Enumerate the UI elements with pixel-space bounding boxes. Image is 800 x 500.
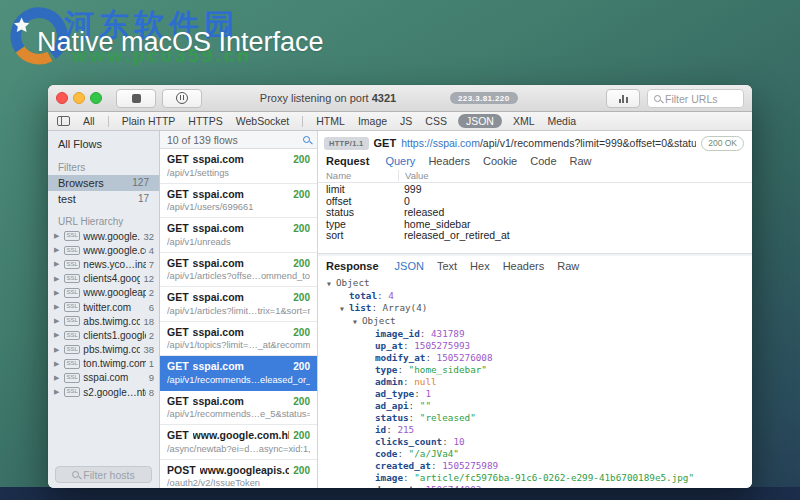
json-value: 1505275989 [442,460,498,471]
stop-capture-button[interactable] [116,89,156,108]
filter-tab-image[interactable]: Image [358,115,387,127]
sidebar-host-twitter-com[interactable]: ▶SSLtwitter.com6 [48,300,159,314]
filter-tab-https[interactable]: HTTPS [188,115,222,127]
flow-row[interactable]: GETsspai.com200/api/v1/unreads [160,218,317,253]
sidebar-filter-test[interactable]: test17 [48,191,159,207]
response-tab-text[interactable]: Text [437,260,457,272]
sidebar-host-clients4-google-com[interactable]: ▶SSLclients4.google.com12 [48,272,159,286]
flow-row[interactable]: GETsspai.com200/api/v1/articles?limit…tr… [160,287,317,322]
sidebar-host-www-googleapis-com[interactable]: ▶SSLwww.googleapis.com2 [48,286,159,300]
query-param-row[interactable]: offset0 [318,196,752,208]
sidebar-host-news-yco-inator-com[interactable]: ▶SSLnews.yco…inator.com7 [48,257,159,271]
disclosure-triangle-icon[interactable]: ▶ [54,360,61,368]
request-section-label[interactable]: Request [326,155,369,167]
filter-tab-plain-http[interactable]: Plain HTTP [122,115,176,127]
flow-row[interactable]: GETsspai.com200/api/v1/topics?limit=…_at… [160,322,317,357]
flow-row[interactable]: GETsspai.com200/api/v1/articles?offse…om… [160,253,317,288]
statistics-button[interactable] [606,89,640,108]
json-tree-line: ▼Object [327,277,752,290]
request-tab-headers[interactable]: Headers [428,155,470,167]
sidebar-host-ton-twimg-com[interactable]: ▶SSLton.twimg.com1 [48,357,159,371]
expand-arrow-icon[interactable]: ▼ [340,303,349,315]
filter-tab-all[interactable]: All [83,115,95,127]
filter-hosts-field[interactable]: Filter hosts [55,466,152,483]
json-tree-line: up_at: 1505275993 [327,340,752,352]
search-flows-icon[interactable] [303,136,310,143]
flow-status-code: 200 [293,258,310,269]
json-tree-line: type: "home_sidebar" [327,364,752,376]
response-tab-json[interactable]: JSON [395,260,424,272]
filter-tab-css[interactable]: CSS [425,115,447,127]
json-node-type: Object [362,315,396,326]
pause-capture-button[interactable] [162,89,202,108]
flow-status-code: 200 [293,189,310,200]
disclosure-triangle-icon[interactable]: ▶ [54,246,61,254]
disclosure-triangle-icon[interactable]: ▶ [54,374,61,382]
flow-summary: GETsspai.com200 [167,291,310,303]
filter-urls-input[interactable] [665,93,737,105]
flow-method: GET [167,153,189,165]
flow-row[interactable]: GETsspai.com200/api/v1/recommends…e_5&st… [160,391,317,426]
traffic-light-close[interactable] [56,92,68,104]
flow-row[interactable]: GETsspai.com200/api/v1/users/699661 [160,184,317,219]
response-section-label[interactable]: Response [326,260,379,272]
query-param-row[interactable]: typehome_sidebar [318,219,752,231]
sidebar-host-www-google-com-hk[interactable]: ▶SSLwww.google.com.hk32 [48,229,159,243]
filter-tab-json[interactable]: JSON [458,114,502,128]
flow-row[interactable]: GETsspai.com200/api/v1/recommends…elease… [160,356,317,391]
request-tab-cookie[interactable]: Cookie [483,155,517,167]
sidebar-host-www-google-com[interactable]: ▶SSLwww.google.com4 [48,243,159,257]
sidebar-host-clients1-google-com[interactable]: ▶SSLclients1.google.com2 [48,328,159,342]
response-tab-raw[interactable]: Raw [557,260,579,272]
sidebar-host-s2-google-ntent-com[interactable]: ▶SSLs2.google…ntent.com8 [48,385,159,399]
flow-row[interactable]: GETsspai.com200/api/v1/settings [160,149,317,184]
disclosure-triangle-icon[interactable]: ▶ [54,289,61,297]
disclosure-triangle-icon[interactable]: ▶ [54,275,61,283]
filter-tab-websocket[interactable]: WebSocket [236,115,290,127]
json-value: "home_sidebar" [409,364,487,375]
response-tab-hex[interactable]: Hex [470,260,490,272]
main-content: All Flows Filters Browsers127test17 URL … [48,131,752,488]
disclosure-triangle-icon[interactable]: ▶ [54,346,61,354]
flow-row[interactable]: GETwww.google.com.hk200/async/newtab?ei=… [160,425,317,460]
filter-urls-field[interactable] [647,89,744,108]
sidebar-item-all-flows[interactable]: All Flows [48,131,159,153]
sidebar-toggle-icon[interactable] [57,116,70,126]
ssl-badge: SSL [64,246,80,256]
expand-arrow-icon[interactable]: ▼ [353,316,362,328]
traffic-light-zoom[interactable] [90,92,102,104]
traffic-light-minimize[interactable] [73,92,85,104]
sidebar-host-pbs-twimg-com[interactable]: ▶SSLpbs.twimg.com38 [48,343,159,357]
filter-tab-js[interactable]: JS [400,115,412,127]
expand-arrow-icon[interactable]: ▼ [327,278,336,290]
filter-tab-xml[interactable]: XML [513,115,535,127]
query-table-rows: limit999offset0statusreleasedtypehome_si… [318,183,752,242]
param-name: status [326,207,404,219]
disclosure-triangle-icon[interactable]: ▶ [54,303,61,311]
request-tab-query[interactable]: Query [385,155,415,167]
query-param-row[interactable]: sortreleased_or_retired_at [318,230,752,242]
sidebar-host-abs-twimg-com[interactable]: ▶SSLabs.twimg.com18 [48,314,159,328]
ssl-badge: SSL [64,274,80,284]
filter-tab-media[interactable]: Media [548,115,577,127]
disclosure-triangle-icon[interactable]: ▶ [54,232,61,240]
host-label: sspai.com [83,372,145,383]
sidebar-filter-browsers[interactable]: Browsers127 [48,175,159,191]
filter-tab-html[interactable]: HTML [316,115,345,127]
json-key: list [349,302,371,313]
response-tab-headers[interactable]: Headers [503,260,545,272]
sidebar-host-sspai-com[interactable]: ▶SSLsspai.com9 [48,371,159,385]
query-table-header: NameValue [318,169,752,183]
disclosure-triangle-icon[interactable]: ▶ [54,388,61,396]
flow-row[interactable]: POSTwww.googleapis.com200/oauth2/v2/Issu… [160,460,317,489]
query-param-row[interactable]: limit999 [318,184,752,196]
request-tab-code[interactable]: Code [530,155,556,167]
disclosure-triangle-icon[interactable]: ▶ [54,260,61,268]
request-summary-line: HTTP/1.1 GET https://sspai.com/api/v1/re… [318,131,752,151]
disclosure-triangle-icon[interactable]: ▶ [54,317,61,325]
window-title-text: Proxy listening on port [260,92,369,104]
param-value: 0 [404,196,744,208]
disclosure-triangle-icon[interactable]: ▶ [54,331,61,339]
query-param-row[interactable]: statusreleased [318,207,752,219]
request-tab-raw[interactable]: Raw [570,155,592,167]
